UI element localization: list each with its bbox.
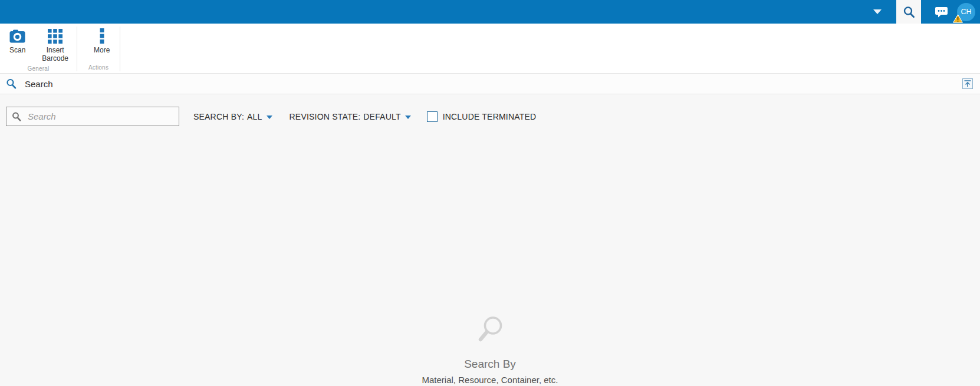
insert-barcode-button-label: Insert Barcode [40, 46, 70, 63]
topbar-chat-button[interactable] [935, 6, 948, 18]
search-input[interactable] [27, 111, 173, 122]
page-title: Search [25, 79, 53, 89]
empty-state: Search By Material, Resource, Container,… [0, 315, 980, 385]
search-icon [475, 315, 505, 345]
chevron-down-icon [405, 116, 411, 119]
include-terminated-label: INCLUDE TERMINATED [443, 112, 537, 121]
ribbon-group-actions: More Actions [77, 24, 120, 73]
empty-state-title: Search By [0, 358, 980, 371]
search-icon [6, 78, 17, 89]
avatar[interactable]: CH [957, 3, 975, 21]
chat-bubble-icon [935, 6, 948, 18]
revision-state-label: REVISION STATE: [290, 112, 361, 121]
panel-expand-up-button[interactable] [962, 78, 973, 89]
search-by-value: ALL [247, 112, 262, 121]
ribbon-group-general: Scan Insert Barcode General [0, 24, 77, 73]
ribbon-group-label-actions: Actions [80, 63, 117, 72]
main-content: SEARCH BY: ALL REVISION STATE: DEFAULT I… [0, 94, 980, 386]
warning-triangle-icon [953, 14, 963, 23]
barcode-grid-icon [48, 28, 63, 44]
chevron-down-icon [267, 116, 272, 119]
topbar-search-button[interactable] [896, 0, 921, 24]
section-header: Search [0, 74, 980, 94]
more-button-label: More [94, 46, 110, 54]
ribbon-divider [120, 27, 120, 71]
revision-state-dropdown[interactable]: REVISION STATE: DEFAULT [290, 112, 411, 121]
top-bar: CH [0, 0, 980, 24]
search-icon [12, 112, 21, 121]
ribbon-toolbar: Scan Insert Barcode General [0, 24, 980, 74]
scan-button[interactable]: Scan [6, 27, 29, 55]
search-box [6, 107, 179, 126]
insert-barcode-button[interactable]: Insert Barcode [37, 27, 74, 64]
search-icon [903, 6, 915, 18]
search-by-dropdown[interactable]: SEARCH BY: ALL [193, 112, 272, 121]
filter-row: SEARCH BY: ALL REVISION STATE: DEFAULT I… [0, 94, 980, 126]
ribbon-group-label-general: General [3, 64, 74, 74]
revision-state-value: DEFAULT [363, 112, 400, 121]
scan-button-label: Scan [9, 46, 25, 54]
camera-icon [9, 28, 25, 44]
more-vertical-icon [100, 28, 104, 44]
include-terminated-checkbox-wrap[interactable]: INCLUDE TERMINATED [427, 111, 537, 122]
search-by-label: SEARCH BY: [193, 112, 244, 121]
include-terminated-checkbox[interactable] [427, 111, 438, 122]
more-button[interactable]: More [90, 27, 113, 55]
chevron-down-icon [873, 9, 882, 14]
panel-expand-up-icon [962, 78, 973, 89]
empty-state-subtitle: Material, Resource, Container, etc. [0, 375, 980, 385]
topbar-dropdown-button[interactable] [873, 9, 882, 14]
